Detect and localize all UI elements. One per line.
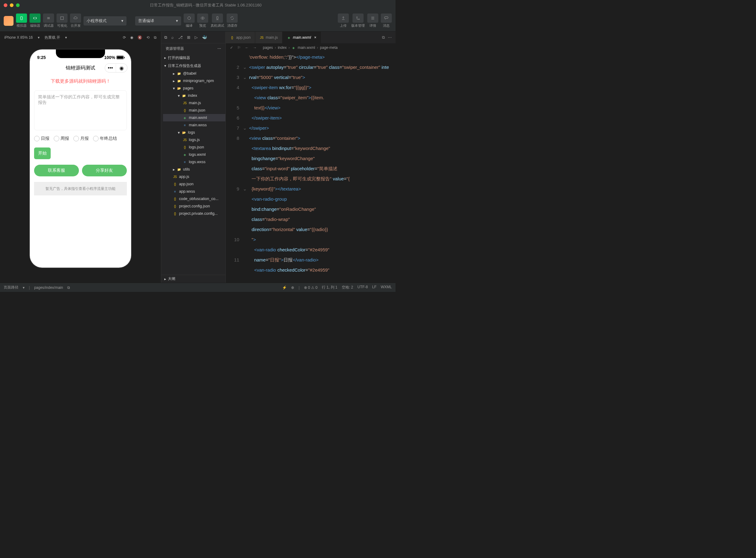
minimize-window[interactable] [10, 3, 14, 7]
file-logs-js[interactable]: JSlogs.js [163, 136, 225, 144]
radio-monthly[interactable]: 月报 [73, 136, 89, 141]
status-time: 9:25 [37, 55, 46, 60]
bc-save-icon[interactable]: ✓ [230, 46, 233, 50]
radio-weekly[interactable]: 周报 [54, 136, 69, 141]
split-editor-icon[interactable]: ⧉ [382, 35, 385, 40]
visualize-button[interactable] [56, 14, 68, 23]
encoding[interactable]: UTF-8 [357, 285, 368, 290]
user-avatar[interactable] [4, 16, 14, 26]
bc-back-icon[interactable]: ← [245, 46, 249, 50]
window-title: 日常工作报告_锦鲤源码 - 微信开发者工具 Stable 1.06.230116… [20, 2, 392, 8]
opened-editors-section[interactable]: ▸打开的编辑器 [161, 54, 225, 62]
file-project-private[interactable]: {}project.private.config... [163, 210, 225, 217]
file-app-js[interactable]: JSapp.js [163, 173, 225, 180]
file-main-json[interactable]: {}main.json [163, 107, 225, 114]
extensions-icon[interactable]: ⊞ [187, 35, 190, 40]
preview-button[interactable] [197, 14, 208, 23]
start-button[interactable]: 开始 [34, 148, 51, 159]
device-selector[interactable]: iPhone X 85% 16 [4, 35, 33, 40]
page-path-label[interactable]: 页面路径 [4, 285, 19, 290]
simulator-button[interactable] [16, 14, 27, 23]
folder-miniprogram-npm[interactable]: ▸📁miniprogram_npm [163, 77, 225, 84]
page-path[interactable]: pages/index/main [34, 285, 63, 290]
hot-reload-toggle[interactable]: 热重载 开 [45, 35, 60, 40]
cloud-button[interactable] [70, 14, 81, 23]
project-section[interactable]: ▾日常工作报告生成器 [161, 62, 225, 70]
editor-pane: {}app.json JSmain.js ◈main.wxml× ⧉⋯ ✓⚐←→… [226, 32, 396, 283]
radio-daily[interactable]: 日报 [34, 136, 49, 141]
clear-cache-button[interactable] [226, 14, 238, 23]
radio-yearly[interactable]: 年终总结 [93, 136, 117, 141]
bc-forward-icon[interactable]: → [253, 46, 257, 50]
perf-icon[interactable]: ⚡ [282, 285, 287, 290]
work-input[interactable]: 简单描述一下你的工作内容，即可生成完整报告 [34, 90, 127, 130]
eol[interactable]: LF [372, 285, 376, 290]
file-main-wxml[interactable]: ◈main.wxml [163, 114, 225, 121]
file-project-config[interactable]: {}project.config.json [163, 202, 225, 210]
file-main-js[interactable]: JSmain.js [163, 99, 225, 107]
files-icon[interactable]: ⧉ [164, 35, 167, 40]
git-icon[interactable]: ⎇ [178, 35, 183, 40]
outline-section[interactable]: ▸大纲 [161, 275, 225, 283]
mute-icon[interactable]: 🔇 [138, 35, 142, 40]
language-mode[interactable]: WXML [381, 285, 392, 290]
version-button[interactable] [352, 14, 363, 23]
capsule-button[interactable]: •••◉ [105, 63, 128, 73]
debug-icon[interactable]: ▷ [195, 35, 198, 40]
explorer-more-icon[interactable]: ⋯ [217, 46, 221, 51]
stop-icon[interactable]: ◉ [130, 35, 133, 40]
maximize-window[interactable] [16, 3, 20, 7]
errors-warnings[interactable]: ⊗ 0 ⚠ 0 [304, 285, 318, 290]
folder-utils[interactable]: ▸📁utils [163, 166, 225, 173]
compile-button[interactable] [184, 14, 195, 23]
file-code-obfuscation[interactable]: {}code_obfuscation_co... [163, 195, 225, 202]
messages-button[interactable] [381, 14, 392, 23]
file-logs-json[interactable]: {}logs.json [163, 144, 225, 151]
debugger-button[interactable] [43, 14, 54, 23]
bc-main-wxml[interactable]: main.wxml [298, 46, 315, 50]
visualize-label: 可视化 [57, 23, 67, 28]
rotate-icon[interactable]: ⟲ [146, 35, 150, 40]
share-button[interactable]: 分享好友 [82, 165, 127, 176]
tab-main-wxml[interactable]: ◈main.wxml× [282, 32, 321, 43]
close-window[interactable] [4, 3, 7, 7]
editor-button[interactable] [29, 14, 40, 23]
contact-button[interactable]: 联系客服 [34, 165, 79, 176]
file-app-json[interactable]: {}app.json [163, 180, 225, 188]
code-editor[interactable]: 234567891011 ⌄⌄⌄⌄ 'overflow: hidden;':''… [226, 52, 396, 283]
file-logs-wxss[interactable]: ≡logs.wxss [163, 158, 225, 166]
bc-page-meta[interactable]: page-meta [320, 46, 338, 50]
bc-index[interactable]: index [278, 46, 287, 50]
real-debug-button[interactable] [212, 14, 223, 23]
refresh-icon[interactable]: ⟳ [123, 35, 126, 40]
bc-bookmark-icon[interactable]: ⚐ [237, 46, 241, 50]
folder-logs[interactable]: ▾📂logs [163, 129, 225, 136]
tab-main-js[interactable]: JSmain.js [255, 32, 282, 43]
docker-icon[interactable]: 🐳 [202, 35, 207, 40]
file-main-wxss[interactable]: ≡main.wxss [163, 121, 225, 129]
file-logs-wxml[interactable]: ◈logs.wxml [163, 151, 225, 158]
file-app-wxss[interactable]: ≡app.wxss [163, 188, 225, 195]
folder-index[interactable]: ▾📁index [163, 92, 225, 99]
indent-setting[interactable]: 空格: 2 [342, 285, 353, 290]
mode-dropdown[interactable]: 小程序模式▾ [83, 16, 127, 26]
cursor-position[interactable]: 行 1, 列 1 [322, 285, 338, 290]
bc-pages[interactable]: pages [263, 46, 273, 50]
popout-icon[interactable]: ⧉ [154, 35, 157, 40]
accessibility-icon[interactable]: ⊕ [291, 285, 294, 290]
folder-babel[interactable]: ▸📁@babel [163, 70, 225, 77]
close-tab-icon[interactable]: × [314, 35, 316, 40]
editor-label: 编辑器 [30, 23, 40, 28]
upload-button[interactable] [338, 14, 349, 23]
explorer-title: 资源管理器 [165, 46, 184, 51]
compile-mode-dropdown[interactable]: 普通编译▾ [135, 16, 181, 26]
folder-pages[interactable]: ▾📂pages [163, 84, 225, 92]
svg-point-6 [359, 19, 359, 19]
search-icon[interactable]: ⌕ [171, 35, 174, 40]
code-content[interactable]: 'overflow: hidden;':''}}"></page-meta> <… [249, 52, 396, 283]
status-bar: 页面路径▾| pages/index/main ⧉ ⚡ ⊕ | ⊗ 0 ⚠ 0 … [0, 283, 396, 292]
tab-app-json[interactable]: {}app.json [226, 32, 255, 43]
details-button[interactable] [367, 14, 378, 23]
copy-path-icon[interactable]: ⧉ [67, 285, 70, 290]
editor-more-icon[interactable]: ⋯ [388, 35, 392, 40]
